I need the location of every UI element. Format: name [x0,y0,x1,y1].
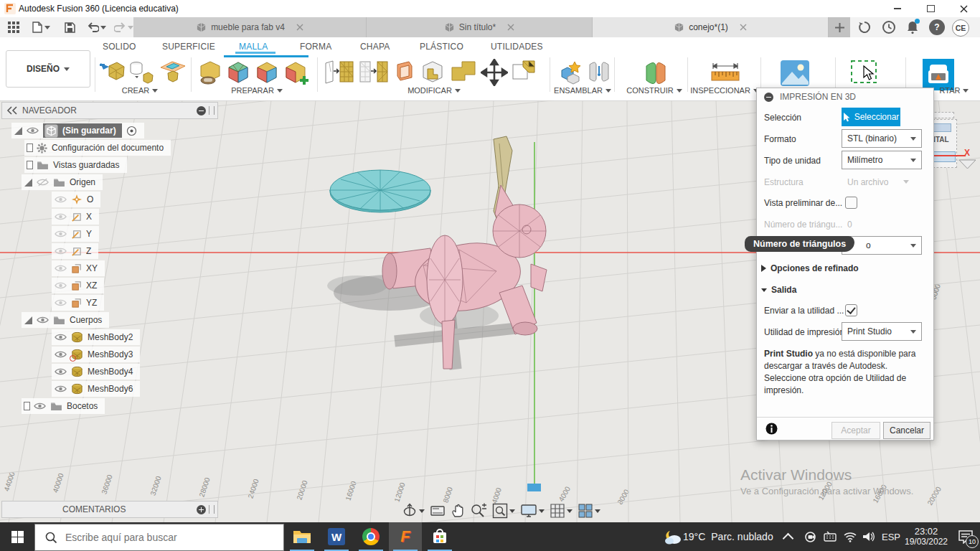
visibility-eye-icon[interactable] [55,367,67,376]
mesh-face-groups-icon[interactable] [254,59,280,86]
sync-icon[interactable] [857,19,872,35]
avatar[interactable]: CE [952,19,969,37]
measure-icon[interactable] [709,59,742,86]
expand-icon[interactable] [24,402,29,410]
close-tab-icon[interactable] [740,24,747,31]
wifi-icon[interactable] [841,522,859,551]
tree-row-meshbody3[interactable]: MeshBody3 [0,346,140,363]
fit-view-tool[interactable] [492,503,515,519]
visibility-eye-icon[interactable] [55,230,67,238]
tree-row-axis-z[interactable]: Z [0,242,98,260]
tab-forma[interactable]: FORMA [300,42,331,52]
tree-row-named-views[interactable]: Vistas guardadas [0,156,127,174]
tree-row-document-settings[interactable]: Configuración del documento [0,139,171,156]
taskbar-store-button[interactable] [423,522,456,551]
expand-icon[interactable] [14,127,22,135]
visibility-eye-icon[interactable] [55,333,67,342]
taskbar-search[interactable] [34,524,284,551]
pan-tool[interactable] [451,503,465,519]
group-label-modificar[interactable]: MODIFICAR [396,86,472,95]
insert-mesh-icon[interactable] [99,59,126,85]
group-label-ensamblar[interactable]: ENSAMBLAR [545,86,620,95]
taskbar-explorer-button[interactable] [286,522,319,551]
collapse-panel-icon[interactable] [6,106,18,115]
navigator-header[interactable]: NAVEGADOR [1,102,218,119]
group-label-preparar[interactable]: PREPARAR [221,86,293,95]
visibility-eye-icon[interactable] [55,195,67,204]
insert-canvas-icon[interactable] [779,59,811,88]
viewports-tool[interactable] [578,503,600,519]
tab-conejo[interactable]: conejo*(1) [593,17,829,37]
combine-icon[interactable] [449,59,478,83]
plane-cut-icon[interactable] [419,59,446,85]
group-label-crear[interactable]: CREAR [115,86,165,95]
move-icon[interactable] [481,59,508,86]
dialog-header[interactable]: IMPRESIÓN EN 3D [757,88,933,105]
display-settings-tool[interactable] [520,503,545,519]
taskbar-chrome-button[interactable] [354,522,387,551]
visibility-eye-icon[interactable] [55,212,67,221]
visibility-eye-icon[interactable] [55,385,67,393]
dialog-collapse-icon[interactable] [764,93,773,102]
tab-chapa[interactable]: CHAPA [360,42,390,52]
taskbar-fusion-button[interactable]: F [389,522,422,551]
tree-row-bodies[interactable]: Cuerpos [0,311,109,329]
orbit-tool[interactable] [402,503,425,519]
panel-grip[interactable] [209,505,215,514]
erase-fill-icon[interactable] [511,59,537,83]
tree-row-sketches[interactable]: Bocetos [0,397,105,415]
visibility-eye-icon[interactable] [55,281,67,290]
cancel-button[interactable]: Cancelar [883,422,930,439]
viewcube-arrow[interactable] [958,159,977,171]
expand-icon[interactable] [24,316,32,324]
tree-row-axis-x[interactable]: X [0,208,99,225]
mesh-repair-icon[interactable] [225,59,251,86]
design-workspace-menu[interactable]: DISEÑO [6,50,90,88]
tree-row-meshbody2[interactable]: MeshBody2 [0,329,140,346]
output-section[interactable]: Salida [761,285,796,295]
print-utility-select[interactable]: Print Studio [842,322,922,341]
collapse-tree-icon[interactable] [197,106,206,116]
minimize-button[interactable] [881,0,914,17]
touch-keyboard-icon[interactable] [821,522,839,551]
tree-row-plane-yz[interactable]: YZ [0,294,104,311]
tree-row-origin-point[interactable]: O [0,191,100,208]
tree-row-plane-xy[interactable]: XY [0,260,105,277]
save-button[interactable] [62,20,77,34]
mesh-solid-icon[interactable] [197,59,224,86]
weather-widget[interactable]: 19°C Parc. nublado [683,522,776,551]
refinement-options-section[interactable]: Opciones de refinado [761,263,859,273]
info-icon[interactable] [765,423,778,435]
tab-superficie[interactable]: SUPERFICIE [162,42,215,52]
notifications-bell-icon[interactable] [905,19,920,35]
tree-row-axis-y[interactable]: Y [0,225,99,242]
visibility-eye-icon[interactable] [55,298,67,307]
search-input[interactable] [64,531,268,544]
group-label-construir[interactable]: CONSTRUIR [618,86,690,95]
visibility-eye-icon[interactable] [27,126,39,135]
active-document-radio-icon[interactable] [126,126,137,136]
mesh-plane-icon[interactable] [158,59,187,85]
format-select[interactable]: STL (binario) [842,129,922,148]
tab-malla[interactable]: MALLA [239,42,268,52]
help-icon[interactable]: ? [929,19,945,35]
tree-row-origin[interactable]: Origen [0,174,103,191]
create-mesh-icon[interactable] [128,59,154,86]
construction-plane-icon[interactable] [641,59,669,88]
visibility-eye-icon[interactable] [55,350,67,359]
group-label-inspeccionar[interactable]: INSPECCIONAR [683,86,766,95]
group-label-clipped[interactable]: RTAR [934,86,974,95]
new-component-icon[interactable] [556,59,583,85]
close-tab-icon[interactable] [296,24,303,31]
taskbar-word-button[interactable]: W [320,522,353,551]
visibility-eye-icon[interactable] [55,247,67,255]
start-button[interactable] [0,522,34,551]
joint-icon[interactable] [587,59,611,85]
grid-settings-tool[interactable] [550,503,573,519]
tree-row-document[interactable]: (Sin guardar) [0,122,144,139]
visibility-eye-icon[interactable] [37,316,49,324]
hidden-icons-chevron[interactable] [779,522,796,551]
close-tab-icon[interactable] [507,24,514,31]
expand-icon[interactable] [27,144,32,151]
volume-icon[interactable] [859,522,878,551]
